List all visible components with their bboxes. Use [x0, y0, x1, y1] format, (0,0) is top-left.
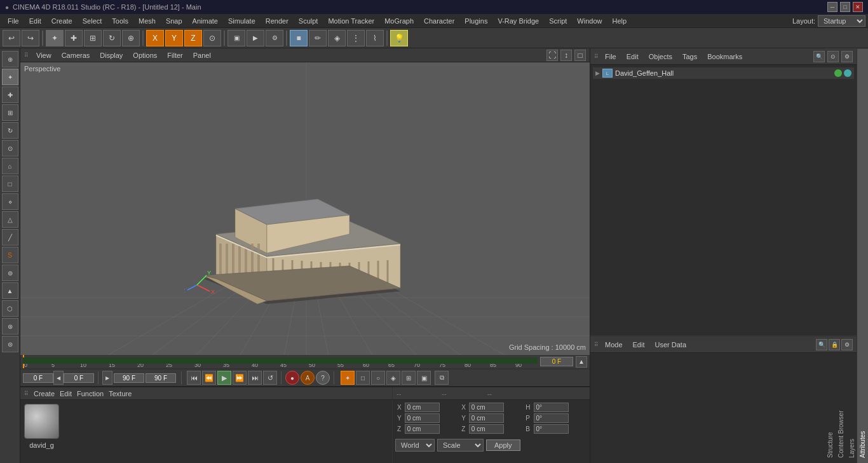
sidebar-tool6-btn[interactable]: ⌂ — [2, 158, 18, 174]
menu-render[interactable]: Render — [261, 16, 294, 26]
object-expand-icon[interactable]: ▶ — [595, 70, 600, 76]
start-frame-prev[interactable]: ◀ — [53, 371, 64, 385]
viewport-menu-view[interactable]: View — [34, 50, 54, 60]
maximize-button[interactable]: □ — [840, 2, 850, 12]
subdiv-tool[interactable]: ◈ — [328, 30, 346, 46]
render-view-button[interactable]: ▶ — [247, 30, 264, 46]
transform-button[interactable]: ⊕ — [122, 30, 140, 46]
z-position-input[interactable] — [405, 424, 440, 434]
auto-keyframe-button[interactable]: A — [301, 371, 315, 385]
viewport-menu-panel[interactable]: Panel — [191, 50, 214, 60]
z-size-input[interactable] — [469, 424, 504, 434]
minimize-button[interactable]: ─ — [827, 2, 837, 12]
sidebar-tool8-btn[interactable]: ⋄ — [2, 193, 18, 210]
current-frame-input[interactable] — [540, 357, 573, 366]
preview-start-input[interactable] — [64, 373, 94, 383]
end-frame-input[interactable] — [114, 373, 144, 383]
viewport-canvas[interactable]: X Y Z Perspective Grid Spacing : 10000 c… — [20, 62, 590, 355]
objects-menu-edit[interactable]: Edit — [623, 52, 642, 62]
sidebar-tool12-btn[interactable]: ⊚ — [2, 265, 18, 281]
keyframe-help-button[interactable]: ? — [316, 371, 330, 385]
tab-content-browser[interactable]: Content Browser — [836, 48, 846, 463]
layout-dropdown[interactable]: Startup Standard Animate — [818, 15, 865, 27]
sidebar-tool11-btn[interactable]: S — [2, 247, 18, 263]
material-menu-function[interactable]: Function — [77, 390, 104, 397]
menu-motion-tracker[interactable]: Motion Tracker — [323, 16, 379, 26]
move-button[interactable]: ✚ — [65, 30, 83, 46]
menu-animate[interactable]: Animate — [187, 16, 223, 26]
mograph-tool[interactable]: ⋮ — [347, 30, 365, 46]
render-region-button[interactable]: ▣ — [227, 30, 245, 46]
viewport-drag-handle[interactable]: ⠿ — [24, 52, 29, 59]
snap-btn-6[interactable]: ▣ — [417, 371, 431, 385]
pen-tool[interactable]: ✏ — [309, 30, 327, 46]
tab-layers[interactable]: Layers — [846, 48, 857, 463]
tab-attributes[interactable]: Attributes — [857, 48, 868, 463]
go-to-start-button[interactable]: ⏮ — [187, 371, 201, 385]
sidebar-rotate-btn[interactable]: ↻ — [2, 122, 18, 139]
menu-help[interactable]: Help — [607, 16, 632, 26]
record-button[interactable]: ● — [285, 371, 299, 385]
next-frame-button[interactable]: ⏩ — [233, 371, 247, 385]
sidebar-tool5-btn[interactable]: ⊙ — [2, 140, 18, 156]
h-rotation-input[interactable] — [534, 403, 569, 412]
objects-menu-bookmarks[interactable]: Bookmarks — [703, 52, 746, 62]
x-axis-button[interactable]: X — [146, 30, 164, 46]
menu-vray-bridge[interactable]: V-Ray Bridge — [492, 16, 544, 26]
scale-button[interactable]: ⊞ — [84, 30, 102, 46]
viewport-menu-filter[interactable]: Filter — [165, 50, 185, 60]
material-slot[interactable]: david_g — [24, 404, 59, 449]
world-space-dropdown[interactable]: World Local Object — [395, 439, 435, 452]
play-button[interactable]: ▶ — [217, 371, 231, 385]
b-rotation-input[interactable] — [534, 424, 569, 434]
sidebar-snap-btn[interactable]: ⊕ — [2, 51, 18, 67]
deformer-tool[interactable]: ⌇ — [366, 30, 384, 46]
apply-button[interactable]: Apply — [486, 439, 520, 451]
cube-primitive[interactable]: ■ — [290, 30, 308, 46]
redo-button[interactable]: ↪ — [22, 30, 39, 46]
viewport-menu-options[interactable]: Options — [130, 50, 159, 60]
loop-button[interactable]: ↺ — [263, 371, 277, 385]
world-coord-button[interactable]: ⊙ — [203, 30, 221, 46]
snap-btn-1[interactable]: ✦ — [341, 371, 355, 385]
sidebar-scale-btn[interactable]: ⊞ — [2, 104, 18, 121]
attr-menu-userdata[interactable]: User Data — [651, 340, 691, 350]
viewport-icon-2[interactable]: ↕ — [560, 50, 572, 61]
rotate-button[interactable]: ↻ — [103, 30, 121, 46]
sidebar-select-btn[interactable]: ✦ — [2, 69, 18, 85]
menu-plugins[interactable]: Plugins — [459, 16, 492, 26]
viewport-menu-cameras[interactable]: Cameras — [59, 50, 93, 60]
object-row-1[interactable]: ▶ L David_Geffen_Hall — [593, 67, 854, 79]
snap-btn-4[interactable]: ◈ — [386, 371, 400, 385]
viewport-menu-display[interactable]: Display — [97, 50, 125, 60]
search-objects-icon[interactable]: 🔍 — [813, 51, 825, 62]
material-thumbnail[interactable] — [24, 404, 59, 439]
sidebar-tool9-btn[interactable]: △ — [2, 211, 18, 228]
objects-menu-objects[interactable]: Objects — [645, 52, 676, 62]
end-frame-next[interactable]: ▶ — [102, 371, 112, 385]
preview-end-input[interactable] — [146, 373, 176, 383]
y-position-input[interactable] — [405, 413, 440, 423]
render-settings-button[interactable]: ⚙ — [266, 30, 283, 46]
menu-mesh[interactable]: Mesh — [133, 16, 161, 26]
attr-menu-mode[interactable]: Mode — [601, 340, 627, 350]
menu-tools[interactable]: Tools — [107, 16, 133, 26]
z-axis-button[interactable]: Z — [184, 30, 202, 46]
frame-arrows[interactable]: ▲ — [576, 356, 587, 368]
material-menu-create[interactable]: Create — [34, 390, 55, 397]
go-to-end-button[interactable]: ⏭ — [248, 371, 262, 385]
menu-create[interactable]: Create — [46, 16, 78, 26]
snap-btn-5[interactable]: ⊞ — [402, 371, 416, 385]
menu-script[interactable]: Script — [544, 16, 572, 26]
sidebar-tool13-btn[interactable]: ▲ — [2, 282, 18, 299]
close-button[interactable]: ✕ — [853, 2, 863, 12]
objects-menu-tags[interactable]: Tags — [679, 52, 701, 62]
snap-btn-2[interactable]: □ — [356, 371, 370, 385]
prev-frame-button[interactable]: ⏪ — [202, 371, 216, 385]
sidebar-tool10-btn[interactable]: ╱ — [2, 229, 18, 245]
menu-file[interactable]: File — [3, 16, 24, 26]
undo-button[interactable]: ↩ — [3, 30, 20, 46]
sidebar-tool16-btn[interactable]: ⊜ — [2, 336, 18, 352]
select-mode-button[interactable]: ✦ — [46, 30, 64, 46]
keyframe-btn[interactable]: ⧉ — [435, 371, 449, 385]
